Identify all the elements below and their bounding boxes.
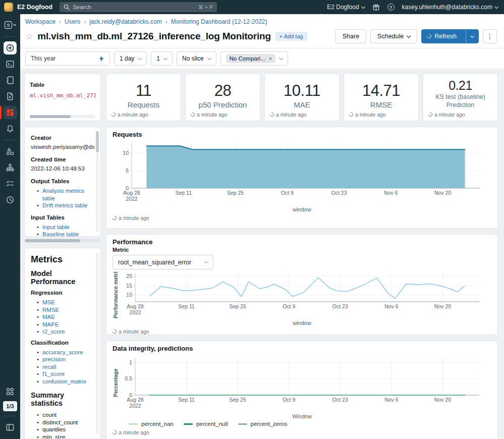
- filter-bar: This year 1 day 1 No slice No Compari...…: [20, 48, 504, 69]
- sidebar-item-history[interactable]: [0, 193, 20, 206]
- performance-chart[interactable]: 101520Aug 282022Sep 11Sep 25Oct 9Oct 23N…: [120, 270, 487, 320]
- list-item: Input table: [38, 224, 94, 231]
- search-input[interactable]: Search ⌘ + P: [60, 2, 217, 12]
- chart-title: Data integrity, predictions: [113, 345, 491, 352]
- comparison-chip: No Compari... ×: [226, 54, 275, 63]
- legend-item[interactable]: percent_zeros: [238, 421, 288, 427]
- dashboard-grid-icon: [6, 108, 15, 117]
- close-icon[interactable]: ×: [269, 56, 272, 62]
- breadcrumb-users[interactable]: Users: [65, 18, 80, 25]
- metric-link-precision[interactable]: precision: [42, 356, 66, 362]
- slice-select[interactable]: No slice: [177, 51, 216, 66]
- page-indicator: 1/3: [3, 401, 17, 411]
- breadcrumb-user-folder[interactable]: jack.reidy@databricks.com: [89, 18, 162, 25]
- count-select[interactable]: 1: [151, 51, 173, 66]
- sidebar-workspace-switcher[interactable]: S: [0, 19, 20, 32]
- sidebar-item-models[interactable]: [0, 161, 20, 174]
- requests-chart[interactable]: 0510Aug 282022Sep 11Sep 25Oct 9Oct 23Nov…: [113, 139, 491, 206]
- svg-text:Oct 23: Oct 23: [331, 190, 347, 196]
- analysis-metrics-link[interactable]: Analysis metrics table: [42, 188, 84, 201]
- list-item: Baseline table: [38, 231, 94, 237]
- list-item: f1_score: [38, 370, 94, 378]
- svg-text:Sep 25: Sep 25: [227, 190, 244, 196]
- svg-text:Aug 282022: Aug 282022: [127, 397, 143, 409]
- metric-link-confusion[interactable]: confusion_matrix: [42, 378, 86, 385]
- sidebar-item-dashboards[interactable]: [0, 106, 20, 119]
- share-button[interactable]: Share: [335, 29, 366, 43]
- granularity-select[interactable]: 1 day: [114, 51, 147, 66]
- user-menu[interactable]: kasey.uhlenhuth@databricks.com: [402, 4, 498, 11]
- env-switcher[interactable]: E2 Dogfood: [327, 4, 364, 11]
- help-icon[interactable]: ?: [387, 4, 395, 11]
- sidebar-item-alerts[interactable]: [0, 122, 20, 135]
- collapse-sidebar-button[interactable]: [0, 421, 20, 434]
- file-code-icon: [6, 92, 15, 101]
- input-table-link[interactable]: Input table: [42, 224, 70, 230]
- refresh-icon: [110, 112, 116, 117]
- refresh-button[interactable]: Refresh: [421, 29, 479, 43]
- metric-select[interactable]: root_mean_squared_error: [113, 255, 213, 269]
- legend-swatch: [238, 423, 247, 425]
- scrollbar-track: [96, 252, 99, 434]
- breadcrumb-workspace[interactable]: Workspace: [25, 18, 55, 25]
- chevron-down-icon: [207, 56, 211, 60]
- metric-link-rmse[interactable]: RMSE: [42, 307, 59, 313]
- created-time-value: 2022-12-06 10:48:53: [31, 166, 94, 172]
- list-item: count: [38, 411, 94, 419]
- integrity-chart[interactable]: 00.51Aug 282022Sep 11Sep 25Oct 9Oct 23No…: [120, 353, 487, 413]
- horizontal-scrollbar[interactable]: [30, 115, 95, 118]
- y-axis-label: Performance metri: [113, 270, 120, 320]
- sidebar-item-notebooks[interactable]: [0, 74, 20, 87]
- add-tag-button[interactable]: + Add tag: [275, 32, 307, 41]
- refresh-icon: [427, 112, 433, 117]
- horizontal-scrollbar[interactable]: [24, 239, 101, 242]
- legend-item[interactable]: percent_nan: [129, 421, 174, 427]
- table-name[interactable]: ml.vish_mm_db.ml_2712: [30, 92, 95, 99]
- comparison-select[interactable]: No Compari... ×: [220, 51, 288, 66]
- counter-mae: 10.11 MAE a minute ago: [264, 73, 340, 121]
- chevron-down-icon: [494, 4, 498, 8]
- breadcrumb-dashboard[interactable]: Monitoring Dashboard (12-12-2022): [171, 18, 267, 25]
- refresh-icon: [190, 112, 195, 117]
- date-range-picker[interactable]: This year: [25, 51, 110, 66]
- legend-item[interactable]: percent_null: [184, 421, 228, 427]
- more-options-button[interactable]: ⋮: [483, 29, 497, 43]
- metric-link-mse[interactable]: MSE: [42, 299, 55, 305]
- sidebar-item-experiments[interactable]: [0, 145, 20, 158]
- metric-link-f1[interactable]: f1_score: [42, 371, 65, 377]
- svg-text:Aug 282022: Aug 282022: [123, 190, 140, 202]
- sidebar-item-queries[interactable]: [0, 177, 20, 190]
- legend-swatch: [184, 423, 193, 425]
- list-item: distinct_count: [38, 419, 94, 426]
- refresh-dropdown[interactable]: [466, 29, 478, 43]
- workspace-logo[interactable]: [4, 3, 13, 12]
- table-card: Table ml.vish_mm_db.ml_2712: [24, 73, 101, 121]
- new-button[interactable]: [0, 41, 20, 54]
- refresh-icon: [111, 328, 117, 334]
- list-item: precision: [38, 356, 94, 363]
- x-axis-label: window: [113, 320, 491, 326]
- svg-text:Nov 20: Nov 20: [434, 397, 451, 403]
- notebook-icon: [6, 76, 15, 85]
- vertical-scrollbar[interactable]: [96, 131, 99, 152]
- metric-link-r2[interactable]: r2_score: [42, 328, 65, 335]
- drift-metrics-link[interactable]: Drift metrics table: [42, 202, 87, 208]
- list-item: recall: [38, 363, 94, 371]
- schedule-button[interactable]: Schedule: [370, 29, 417, 43]
- sidebar-item-files[interactable]: [0, 90, 20, 103]
- baseline-table-link[interactable]: Baseline table: [42, 231, 79, 237]
- user-email: kasey.uhlenhuth@databricks.com: [402, 4, 492, 11]
- metric-link-mae[interactable]: MAE: [42, 314, 55, 320]
- sidebar-item-workspace[interactable]: [0, 58, 20, 71]
- search-shortcut: ⌘ + P: [198, 4, 213, 10]
- svg-text:Oct 9: Oct 9: [281, 190, 294, 196]
- gift-icon[interactable]: [372, 4, 380, 11]
- page-title: ml.vish_mm_db.ml_27126_inference_log Mon…: [37, 31, 271, 42]
- metric-link-accuracy[interactable]: accuracy_score: [42, 349, 83, 355]
- legend-swatch: [129, 423, 138, 425]
- sidebar-item-marketplace[interactable]: [0, 385, 20, 398]
- regression-label: Regression: [31, 290, 94, 296]
- metric-link-recall[interactable]: recall: [42, 364, 56, 370]
- favorite-star-icon[interactable]: ☆: [25, 32, 33, 41]
- metric-link-mape[interactable]: MAPE: [42, 321, 59, 327]
